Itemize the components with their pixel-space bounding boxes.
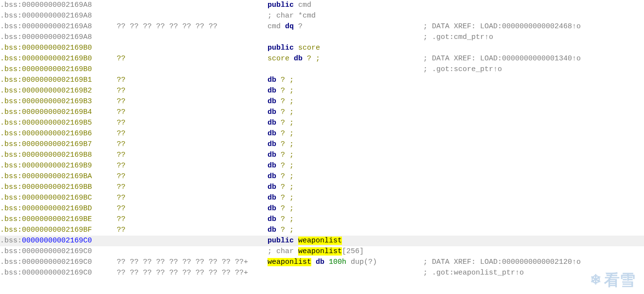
disasm-line[interactable]: .bss:00000000002169A8 ; char *cmd: [0, 11, 644, 21]
disasm-line[interactable]: .bss:00000000002169C0 ?? ?? ?? ?? ?? ?? …: [0, 257, 644, 268]
disassembly-listing[interactable]: .bss:00000000002169A8 public cmd.bss:000…: [0, 0, 644, 278]
disasm-line[interactable]: .bss:00000000002169BB ??db ? ;: [0, 182, 644, 193]
address-column: .bss:00000000002169C0: [0, 236, 117, 246]
mnemonic-column: db ? ;: [268, 161, 423, 171]
mnemonic-column: db ? ;: [268, 150, 423, 161]
disasm-line[interactable]: .bss:00000000002169B0 public score: [0, 43, 644, 54]
disasm-line[interactable]: .bss:00000000002169B0 ??score db ? ;; DA…: [0, 54, 644, 64]
address-column: .bss:00000000002169B4: [0, 107, 117, 118]
address-column: .bss:00000000002169BA: [0, 171, 117, 182]
comment-column: [423, 129, 644, 139]
disasm-line[interactable]: .bss:00000000002169C0 ; char weaponlist[…: [0, 246, 644, 257]
address-column: .bss:00000000002169BC: [0, 193, 117, 203]
disasm-line[interactable]: .bss:00000000002169B4 ??db ? ;: [0, 107, 644, 118]
disasm-line[interactable]: .bss:00000000002169B1 ??db ? ;: [0, 75, 644, 86]
mnemonic-column: ; char *cmd: [268, 11, 423, 21]
bytes-column: [117, 0, 268, 11]
mnemonic-column: db ? ;: [268, 139, 423, 150]
comment-column: [423, 107, 644, 118]
bytes-column: ?? ?? ?? ?? ?? ?? ?? ?? ?? ??+: [117, 268, 268, 278]
mnemonic-column: db ? ;: [268, 96, 423, 107]
disasm-line[interactable]: .bss:00000000002169B9 ??db ? ;: [0, 161, 644, 171]
comment-column: [423, 182, 644, 193]
comment-column: [423, 225, 644, 236]
disasm-line[interactable]: .bss:00000000002169B0 ; .got:score_ptr↑o: [0, 64, 644, 75]
bytes-column: ??: [117, 107, 268, 118]
disasm-line[interactable]: .bss:00000000002169A8 public cmd: [0, 0, 644, 11]
comment-column: [423, 236, 644, 246]
bytes-column: ?? ?? ?? ?? ?? ?? ?? ?? ?? ??+: [117, 257, 268, 268]
comment-column: [423, 43, 644, 54]
comment-column: ; .got:cmd_ptr↑o: [423, 32, 644, 43]
disasm-line[interactable]: .bss:00000000002169C0 ?? ?? ?? ?? ?? ?? …: [0, 268, 644, 278]
disasm-line[interactable]: .bss:00000000002169B2 ??db ? ;: [0, 86, 644, 96]
comment-column: [423, 96, 644, 107]
comment-column: [423, 193, 644, 203]
comment-column: ; .got:weaponlist_ptr↑o: [423, 268, 644, 278]
address-column: .bss:00000000002169B6: [0, 129, 117, 139]
address-column: .bss:00000000002169BD: [0, 203, 117, 214]
comment-column: [423, 75, 644, 86]
address-column: .bss:00000000002169B2: [0, 86, 117, 96]
disasm-line[interactable]: .bss:00000000002169BF ??db ? ;: [0, 225, 644, 236]
comment-column: [423, 214, 644, 225]
comment-column: ; DATA XREF: LOAD:0000000000002120↑o: [423, 257, 644, 268]
comment-column: ; DATA XREF: LOAD:0000000000002468↑o: [423, 21, 644, 32]
mnemonic-column: cmd dq ?: [268, 21, 423, 32]
mnemonic-column: db ? ;: [268, 182, 423, 193]
bytes-column: ??: [117, 182, 268, 193]
disasm-line[interactable]: .bss:00000000002169B8 ??db ? ;: [0, 150, 644, 161]
comment-column: [423, 150, 644, 161]
address-column: .bss:00000000002169B7: [0, 139, 117, 150]
bytes-column: [117, 246, 268, 257]
mnemonic-column: db ? ;: [268, 129, 423, 139]
mnemonic-column: [268, 268, 423, 278]
comment-column: [423, 0, 644, 11]
address-column: .bss:00000000002169B0: [0, 43, 117, 54]
bytes-column: ??: [117, 203, 268, 214]
comment-column: [423, 86, 644, 96]
comment-column: [423, 246, 644, 257]
bytes-column: ?? ?? ?? ?? ?? ?? ?? ??: [117, 21, 268, 32]
mnemonic-column: weaponlist db 100h dup(?): [268, 257, 423, 268]
bytes-column: [117, 64, 268, 75]
comment-column: [423, 139, 644, 150]
mnemonic-column: db ? ;: [268, 225, 423, 236]
disasm-line[interactable]: .bss:00000000002169BE ??db ? ;: [0, 214, 644, 225]
disasm-line[interactable]: .bss:00000000002169B5 ??db ? ;: [0, 118, 644, 129]
address-column: .bss:00000000002169B0: [0, 64, 117, 75]
address-column: .bss:00000000002169B3: [0, 96, 117, 107]
comment-column: [423, 11, 644, 21]
disasm-line[interactable]: .bss:00000000002169B6 ??db ? ;: [0, 129, 644, 139]
comment-column: [423, 118, 644, 129]
bytes-column: [117, 32, 268, 43]
disasm-line[interactable]: .bss:00000000002169B3 ??db ? ;: [0, 96, 644, 107]
bytes-column: ??: [117, 129, 268, 139]
bytes-column: [117, 236, 268, 246]
mnemonic-column: db ? ;: [268, 203, 423, 214]
address-column: .bss:00000000002169BF: [0, 225, 117, 236]
disasm-line[interactable]: .bss:00000000002169BD ??db ? ;: [0, 203, 644, 214]
disasm-line[interactable]: .bss:00000000002169B7 ??db ? ;: [0, 139, 644, 150]
mnemonic-column: public cmd: [268, 0, 423, 11]
mnemonic-column: ; char weaponlist[256]: [268, 246, 423, 257]
disasm-line[interactable]: .bss:00000000002169C0 public weaponlist: [0, 236, 644, 246]
disasm-line[interactable]: .bss:00000000002169BC ??db ? ;: [0, 193, 644, 203]
disasm-line[interactable]: .bss:00000000002169A8 ; .got:cmd_ptr↑o: [0, 32, 644, 43]
mnemonic-column: public weaponlist: [268, 236, 423, 246]
disasm-line[interactable]: .bss:00000000002169A8 ?? ?? ?? ?? ?? ?? …: [0, 21, 644, 32]
bytes-column: ??: [117, 54, 268, 64]
mnemonic-column: score db ? ;: [268, 54, 423, 64]
comment-column: [423, 203, 644, 214]
mnemonic-column: public score: [268, 43, 423, 54]
mnemonic-column: [268, 32, 423, 43]
bytes-column: ??: [117, 75, 268, 86]
disasm-line[interactable]: .bss:00000000002169BA ??db ? ;: [0, 171, 644, 182]
mnemonic-column: db ? ;: [268, 214, 423, 225]
bytes-column: ??: [117, 96, 268, 107]
bytes-column: ??: [117, 225, 268, 236]
address-column: .bss:00000000002169BB: [0, 182, 117, 193]
bytes-column: ??: [117, 86, 268, 96]
address-column: .bss:00000000002169B1: [0, 75, 117, 86]
comment-column: ; .got:score_ptr↑o: [423, 64, 644, 75]
